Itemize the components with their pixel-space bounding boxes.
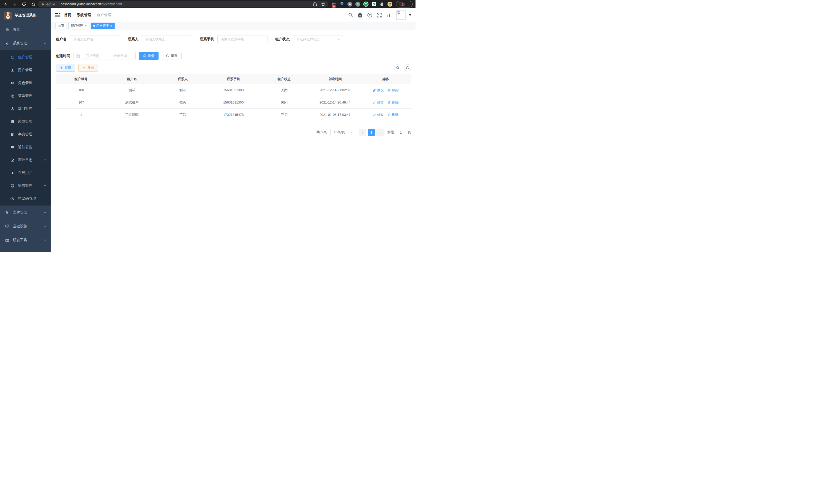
logo-image [4, 11, 12, 20]
user-avatar[interactable] [396, 10, 405, 20]
edit-link[interactable]: 修改 [373, 113, 384, 117]
reload-icon[interactable] [22, 2, 26, 6]
goto-page-input[interactable] [396, 129, 406, 136]
extension-grid-icon[interactable]: 10 [332, 2, 336, 7]
chrome-menu-icon[interactable]: ⋮ [407, 3, 410, 5]
page-url[interactable]: dashboard.yudao.iocoder.cn/system/tenant [61, 2, 122, 6]
sidebar-item-dictionary[interactable]: 字典管理 [0, 128, 51, 141]
gear-icon [5, 41, 9, 46]
sidebar-item-label: 在线用户 [18, 171, 32, 175]
sidebar-item-notices[interactable]: 通知公告 [0, 141, 51, 154]
sidebar-item-error-codes[interactable]: 错误码管理 [0, 192, 51, 205]
profile-avatar-icon[interactable] [388, 2, 392, 7]
status-select[interactable]: 请选择租户状态 [293, 35, 343, 43]
tab-departments[interactable]: 部门管理× [68, 23, 89, 29]
breadcrumb-system[interactable]: 系统管理 [77, 13, 91, 18]
breadcrumb-home[interactable]: 首页 [64, 13, 71, 18]
fullscreen-icon[interactable] [377, 12, 382, 18]
tab-home[interactable]: 首页 [56, 23, 67, 29]
sidebar-item-posts[interactable]: 岗位管理 [0, 115, 51, 128]
app-title: 芋道管理系统 [15, 13, 36, 18]
sidebar-item-users[interactable]: 用户管理 [0, 64, 51, 77]
extensions-puzzle-icon[interactable] [379, 2, 384, 7]
bookmark-star-icon[interactable] [321, 2, 325, 6]
sidebar-item-home[interactable]: 首页 [0, 23, 51, 36]
help-question-icon[interactable]: ? [367, 12, 372, 18]
contact-input[interactable] [142, 35, 192, 43]
header-search-icon[interactable] [348, 12, 353, 18]
delete-link-label: 删除 [392, 88, 399, 92]
trash-icon [388, 101, 391, 104]
date-range-separator: - [105, 54, 107, 58]
phone-input[interactable] [218, 35, 267, 43]
avatar-dropdown-caret[interactable] [409, 14, 411, 16]
date-end-placeholder[interactable]: 结束日期 [107, 54, 133, 58]
not-secure-label[interactable]: 不安全 [46, 2, 55, 6]
sms-shield-icon [10, 184, 15, 188]
chrome-update-button[interactable]: 更新 ⋮ [396, 1, 413, 7]
cell-status: 开启 [259, 113, 310, 117]
sidebar-item-menus[interactable]: 菜单管理 [0, 89, 51, 102]
sidebar-item-label: 字典管理 [18, 132, 32, 137]
extension-balloon-icon[interactable] [339, 2, 344, 7]
github-icon[interactable] [357, 12, 363, 18]
extension-command-icon[interactable]: ⌘ [347, 2, 352, 7]
date-start-placeholder[interactable]: 开始日期 [80, 54, 105, 58]
create-time-range-picker[interactable]: 开始日期 - 结束日期 [74, 52, 136, 60]
sidebar-logo[interactable]: 芋道管理系统 [0, 8, 51, 23]
back-icon[interactable] [3, 2, 8, 6]
delete-link[interactable]: 删除 [388, 88, 399, 92]
sidebar-item-tenant[interactable]: 租户管理 [0, 51, 51, 64]
home-icon[interactable] [31, 2, 35, 6]
extension-doc-icon[interactable] [372, 2, 376, 7]
edit-link[interactable]: 修改 [373, 100, 384, 105]
sidebar-item-infrastructure[interactable]: 基础设施 [0, 219, 51, 233]
delete-link[interactable]: 删除 [388, 100, 399, 105]
add-button[interactable]: 新增 [56, 64, 75, 72]
svg-text:?: ? [369, 13, 371, 17]
goto-label: 前往 [387, 130, 394, 135]
search-button[interactable]: 搜索 [139, 52, 159, 60]
next-page-button[interactable]: › [376, 129, 384, 136]
tab-label: 部门管理 [71, 24, 83, 28]
org-tree-icon [10, 107, 15, 111]
not-secure-warning-icon [41, 3, 45, 6]
extension-y-icon[interactable]: Y [363, 2, 369, 7]
tab-close-icon[interactable]: × [85, 24, 87, 28]
share-icon[interactable] [313, 2, 317, 6]
sidebar: 芋道管理系统 首页 系统管理 租户管理 用户管理 角色管理 [0, 8, 51, 252]
sidebar-item-sms[interactable]: 短信管理 [0, 179, 51, 192]
cell-status: 关闭 [259, 88, 310, 92]
tenant-name-input[interactable] [70, 35, 120, 43]
col-actions: 操作 [360, 77, 411, 82]
address-bar[interactable]: 不安全 dashboard.yudao.iocoder.cn/system/te… [38, 1, 328, 7]
toggle-search-button[interactable] [394, 64, 401, 71]
select-caret-icon [337, 38, 340, 40]
sidebar-item-payment[interactable]: 支付管理 [0, 206, 51, 219]
current-page-button[interactable]: 1 [368, 129, 375, 136]
extension-dot-icon[interactable] [355, 2, 360, 7]
edit-link[interactable]: 修改 [373, 88, 384, 92]
sidebar-item-system[interactable]: 系统管理 [0, 36, 51, 50]
sidebar-item-departments[interactable]: 部门管理 [0, 102, 51, 115]
sidebar-item-roles[interactable]: 角色管理 [0, 77, 51, 89]
sidebar-item-audit-log[interactable]: 审计日志 [0, 154, 51, 167]
refresh-table-button[interactable] [404, 64, 411, 71]
add-button-label: 新增 [64, 65, 71, 70]
export-button[interactable]: 导出 [78, 64, 98, 72]
breadcrumb-current: 租户管理 [97, 13, 111, 18]
sidebar-item-dev-tools[interactable]: 研发工具 [0, 233, 51, 247]
tab-close-icon[interactable]: × [110, 24, 112, 28]
update-label: 更新 [399, 2, 405, 6]
sidebar-item-online-users[interactable]: 在线用户 [0, 167, 51, 179]
sidebar-collapse-icon[interactable] [55, 13, 60, 18]
font-size-icon[interactable]: TT [386, 13, 392, 18]
prev-page-button[interactable]: ‹ [359, 129, 366, 136]
page-size-select[interactable]: 10条/页 [331, 129, 355, 136]
reset-button[interactable]: 重置 [162, 52, 182, 60]
delete-link[interactable]: 删除 [388, 113, 399, 117]
tab-tenants[interactable]: 租户管理× [91, 23, 115, 29]
forward-icon[interactable] [12, 2, 17, 6]
roles-icon [10, 81, 15, 85]
sidebar-item-label: 角色管理 [18, 81, 32, 85]
